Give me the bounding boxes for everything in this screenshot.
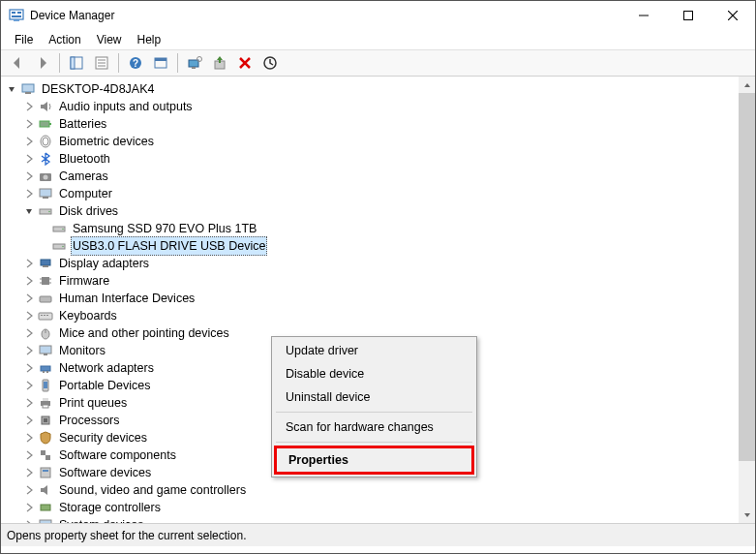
action-icon[interactable] (149, 51, 172, 75)
tree-node-storage[interactable]: Storage controllers (1, 499, 755, 516)
chevron-right-icon[interactable] (22, 292, 36, 305)
chevron-right-icon[interactable] (22, 483, 36, 497)
context-scan-hardware[interactable]: Scan for hardware changes (274, 416, 474, 439)
chevron-right-icon[interactable] (22, 344, 36, 357)
tree-node-bluetooth[interactable]: Bluetooth (1, 150, 755, 168)
tree-node-diskdrives[interactable]: Disk drives (1, 202, 755, 220)
svg-rect-62 (44, 382, 47, 388)
tree-node-keyboards[interactable]: Keyboards (1, 307, 755, 324)
tree-node-hid[interactable]: Human Interface Devices (1, 290, 755, 307)
forward-button[interactable] (31, 51, 54, 75)
context-properties-highlighted[interactable]: Properties (274, 446, 474, 475)
shield-icon (38, 430, 53, 446)
window-title: Device Manager (30, 9, 621, 22)
cpu-icon (38, 413, 53, 428)
svg-rect-27 (25, 92, 31, 94)
chevron-right-icon[interactable] (22, 309, 36, 323)
chevron-right-icon[interactable] (22, 117, 36, 131)
status-bar: Opens property sheet for the current sel… (1, 524, 755, 546)
close-button[interactable] (711, 1, 755, 30)
chevron-right-icon[interactable] (22, 361, 36, 375)
scroll-down-icon[interactable] (739, 507, 755, 523)
svg-rect-73 (40, 520, 51, 523)
disk-icon (51, 221, 67, 236)
menu-view[interactable]: View (89, 31, 130, 48)
chevron-right-icon[interactable] (22, 152, 36, 166)
chevron-right-icon[interactable] (22, 448, 36, 462)
menu-file[interactable]: File (7, 31, 41, 48)
tree-node-display[interactable]: Display adapters (1, 255, 755, 272)
context-disable-device[interactable]: Disable device (274, 362, 474, 385)
svg-text:?: ? (133, 58, 138, 69)
context-menu: Update driver Disable device Uninstall d… (271, 336, 477, 477)
chevron-right-icon[interactable] (22, 396, 36, 410)
component-icon (38, 447, 53, 463)
svg-rect-4 (14, 19, 19, 21)
svg-rect-67 (44, 418, 47, 422)
svg-rect-18 (155, 58, 166, 61)
audio-icon (38, 99, 53, 114)
svg-rect-60 (46, 371, 48, 373)
svg-rect-43 (43, 265, 48, 267)
properties-icon[interactable] (90, 51, 113, 75)
svg-rect-26 (22, 84, 34, 92)
svg-point-39 (62, 229, 64, 231)
tree-node-system[interactable]: System devices (1, 516, 755, 523)
chevron-down-icon[interactable] (5, 82, 18, 96)
vertical-scrollbar[interactable] (739, 77, 755, 523)
svg-point-21 (197, 57, 202, 62)
tree-node-computer[interactable]: Computer (1, 185, 755, 202)
chevron-right-icon[interactable] (22, 431, 36, 445)
computer-icon (38, 186, 53, 201)
uninstall-icon[interactable] (233, 51, 257, 75)
context-update-driver[interactable]: Update driver (274, 339, 474, 362)
tree-node-sound[interactable]: Sound, video and game controllers (1, 481, 755, 499)
scan-hardware-icon[interactable] (183, 51, 206, 75)
chevron-down-icon[interactable] (22, 204, 36, 218)
svg-rect-65 (43, 405, 48, 408)
maximize-button[interactable] (666, 1, 711, 30)
tree-node-firmware[interactable]: Firmware (1, 272, 755, 290)
menu-help[interactable]: Help (130, 31, 169, 48)
disable-icon[interactable] (258, 51, 282, 75)
tree-node-batteries[interactable]: Batteries (1, 115, 755, 133)
chevron-right-icon[interactable] (22, 466, 36, 479)
chevron-right-icon[interactable] (22, 518, 36, 523)
tree-node-disk2-selected[interactable]: USB3.0 FLASH DRIVE USB Device (1, 237, 755, 255)
back-button[interactable] (6, 51, 29, 75)
chevron-right-icon[interactable] (22, 169, 36, 183)
tree-node-disk1[interactable]: Samsung SSD 970 EVO Plus 1TB (1, 220, 755, 237)
chevron-right-icon[interactable] (22, 257, 36, 270)
help-icon[interactable]: ? (124, 51, 147, 75)
svg-rect-68 (41, 450, 45, 455)
svg-rect-56 (40, 346, 51, 354)
svg-rect-69 (45, 455, 50, 460)
tree-node-audio[interactable]: Audio inputs and outputs (1, 98, 755, 115)
controller-icon (38, 500, 53, 515)
tree-node-biometric[interactable]: Biometric devices (1, 133, 755, 150)
chevron-right-icon[interactable] (22, 379, 36, 392)
chevron-right-icon[interactable] (22, 274, 36, 288)
chevron-right-icon[interactable] (22, 414, 36, 427)
update-driver-icon[interactable] (208, 51, 231, 75)
tree-root[interactable]: DESKTOP-4D8JAK4 (1, 80, 755, 98)
scroll-up-icon[interactable] (739, 77, 755, 93)
chevron-right-icon[interactable] (22, 326, 36, 340)
svg-rect-19 (189, 60, 198, 67)
tree-node-cameras[interactable]: Cameras (1, 168, 755, 185)
svg-rect-35 (43, 197, 48, 199)
chevron-right-icon[interactable] (22, 135, 36, 148)
system-icon (38, 517, 53, 523)
chevron-right-icon[interactable] (22, 501, 36, 514)
chevron-right-icon[interactable] (22, 100, 36, 113)
disk-icon (38, 203, 53, 219)
svg-rect-49 (40, 296, 51, 302)
context-uninstall-device[interactable]: Uninstall device (274, 385, 474, 409)
scroll-thumb[interactable] (739, 93, 755, 461)
minimize-button[interactable] (621, 1, 666, 30)
status-text: Opens property sheet for the current sel… (7, 529, 246, 542)
svg-rect-52 (44, 315, 45, 316)
menu-action[interactable]: Action (41, 31, 88, 48)
chevron-right-icon[interactable] (22, 187, 36, 200)
show-hide-console-tree-icon[interactable] (65, 51, 88, 75)
